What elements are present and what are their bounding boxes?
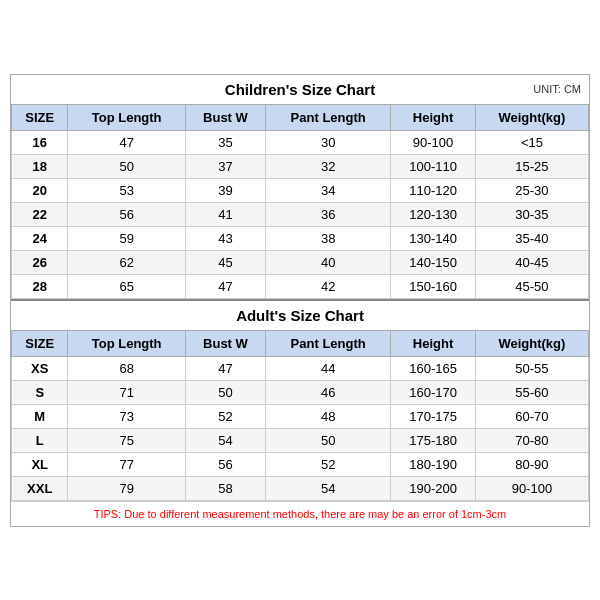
table-cell: 65 bbox=[68, 274, 185, 298]
table-cell: 73 bbox=[68, 404, 185, 428]
table-row: S715046160-17055-60 bbox=[12, 380, 589, 404]
adult-col-size: SIZE bbox=[12, 330, 68, 356]
table-cell: 39 bbox=[185, 178, 265, 202]
adult-col-height: Height bbox=[391, 330, 476, 356]
table-cell: 53 bbox=[68, 178, 185, 202]
adult-col-bust: Bust W bbox=[185, 330, 265, 356]
table-cell: 47 bbox=[68, 130, 185, 154]
table-cell: 175-180 bbox=[391, 428, 476, 452]
children-col-bust: Bust W bbox=[185, 104, 265, 130]
table-cell: 30 bbox=[266, 130, 391, 154]
table-cell: 56 bbox=[185, 452, 265, 476]
table-cell: XL bbox=[12, 452, 68, 476]
table-cell: 170-175 bbox=[391, 404, 476, 428]
adult-col-top-length: Top Length bbox=[68, 330, 185, 356]
table-cell: 90-100 bbox=[475, 476, 588, 500]
table-cell: 75 bbox=[68, 428, 185, 452]
table-row: 28654742150-16045-50 bbox=[12, 274, 589, 298]
table-cell: 68 bbox=[68, 356, 185, 380]
table-cell: 38 bbox=[266, 226, 391, 250]
table-cell: 150-160 bbox=[391, 274, 476, 298]
table-cell: 100-110 bbox=[391, 154, 476, 178]
table-cell: 52 bbox=[266, 452, 391, 476]
table-cell: 47 bbox=[185, 274, 265, 298]
table-cell: 90-100 bbox=[391, 130, 476, 154]
table-row: 24594338130-14035-40 bbox=[12, 226, 589, 250]
table-cell: 70-80 bbox=[475, 428, 588, 452]
table-cell: 52 bbox=[185, 404, 265, 428]
table-cell: 58 bbox=[185, 476, 265, 500]
table-cell: 160-170 bbox=[391, 380, 476, 404]
table-row: 26624540140-15040-45 bbox=[12, 250, 589, 274]
table-cell: 25-30 bbox=[475, 178, 588, 202]
table-cell: 20 bbox=[12, 178, 68, 202]
adult-col-pant: Pant Length bbox=[266, 330, 391, 356]
table-cell: <15 bbox=[475, 130, 588, 154]
table-cell: 41 bbox=[185, 202, 265, 226]
table-cell: 32 bbox=[266, 154, 391, 178]
table-cell: 45 bbox=[185, 250, 265, 274]
table-cell: XS bbox=[12, 356, 68, 380]
adult-col-weight: Weight(kg) bbox=[475, 330, 588, 356]
table-cell: 15-25 bbox=[475, 154, 588, 178]
table-cell: 18 bbox=[12, 154, 68, 178]
table-cell: 71 bbox=[68, 380, 185, 404]
table-cell: 24 bbox=[12, 226, 68, 250]
table-cell: 28 bbox=[12, 274, 68, 298]
table-cell: XXL bbox=[12, 476, 68, 500]
table-cell: 35-40 bbox=[475, 226, 588, 250]
table-cell: 46 bbox=[266, 380, 391, 404]
children-col-pant: Pant Length bbox=[266, 104, 391, 130]
table-row: XL775652180-19080-90 bbox=[12, 452, 589, 476]
table-cell: 34 bbox=[266, 178, 391, 202]
unit-label: UNIT: CM bbox=[533, 83, 581, 95]
children-table: SIZE Top Length Bust W Pant Length Heigh… bbox=[11, 104, 589, 299]
table-cell: 36 bbox=[266, 202, 391, 226]
table-cell: 54 bbox=[266, 476, 391, 500]
table-cell: 30-35 bbox=[475, 202, 588, 226]
table-cell: 50 bbox=[185, 380, 265, 404]
table-cell: 37 bbox=[185, 154, 265, 178]
table-cell: 80-90 bbox=[475, 452, 588, 476]
children-col-top-length: Top Length bbox=[68, 104, 185, 130]
adult-header-row: SIZE Top Length Bust W Pant Length Heigh… bbox=[12, 330, 589, 356]
table-cell: 77 bbox=[68, 452, 185, 476]
table-cell: 180-190 bbox=[391, 452, 476, 476]
table-cell: 22 bbox=[12, 202, 68, 226]
table-cell: 47 bbox=[185, 356, 265, 380]
table-cell: 40 bbox=[266, 250, 391, 274]
adult-title-text: Adult's Size Chart bbox=[236, 307, 364, 324]
table-cell: 43 bbox=[185, 226, 265, 250]
table-cell: 26 bbox=[12, 250, 68, 274]
adult-title: Adult's Size Chart bbox=[11, 299, 589, 330]
table-row: M735248170-17560-70 bbox=[12, 404, 589, 428]
table-cell: 79 bbox=[68, 476, 185, 500]
table-cell: 130-140 bbox=[391, 226, 476, 250]
table-cell: 35 bbox=[185, 130, 265, 154]
table-row: L755450175-18070-80 bbox=[12, 428, 589, 452]
table-row: 18503732100-11015-25 bbox=[12, 154, 589, 178]
table-cell: 42 bbox=[266, 274, 391, 298]
children-col-weight: Weight(kg) bbox=[475, 104, 588, 130]
table-cell: S bbox=[12, 380, 68, 404]
table-row: XS684744160-16550-55 bbox=[12, 356, 589, 380]
children-title: Children's Size Chart UNIT: CM bbox=[11, 75, 589, 104]
table-row: XXL795854190-20090-100 bbox=[12, 476, 589, 500]
adult-table: SIZE Top Length Bust W Pant Length Heigh… bbox=[11, 330, 589, 501]
children-title-text: Children's Size Chart bbox=[225, 81, 375, 98]
table-cell: 60-70 bbox=[475, 404, 588, 428]
table-cell: 48 bbox=[266, 404, 391, 428]
table-cell: 56 bbox=[68, 202, 185, 226]
tips-text: TIPS: Due to different measurement metho… bbox=[11, 501, 589, 526]
table-cell: 44 bbox=[266, 356, 391, 380]
table-row: 20533934110-12025-30 bbox=[12, 178, 589, 202]
size-chart-container: Children's Size Chart UNIT: CM SIZE Top … bbox=[10, 74, 590, 527]
table-row: 22564136120-13030-35 bbox=[12, 202, 589, 226]
children-col-height: Height bbox=[391, 104, 476, 130]
table-cell: 59 bbox=[68, 226, 185, 250]
table-cell: 50 bbox=[68, 154, 185, 178]
table-cell: 110-120 bbox=[391, 178, 476, 202]
table-cell: 50 bbox=[266, 428, 391, 452]
table-cell: 55-60 bbox=[475, 380, 588, 404]
table-row: 1647353090-100<15 bbox=[12, 130, 589, 154]
